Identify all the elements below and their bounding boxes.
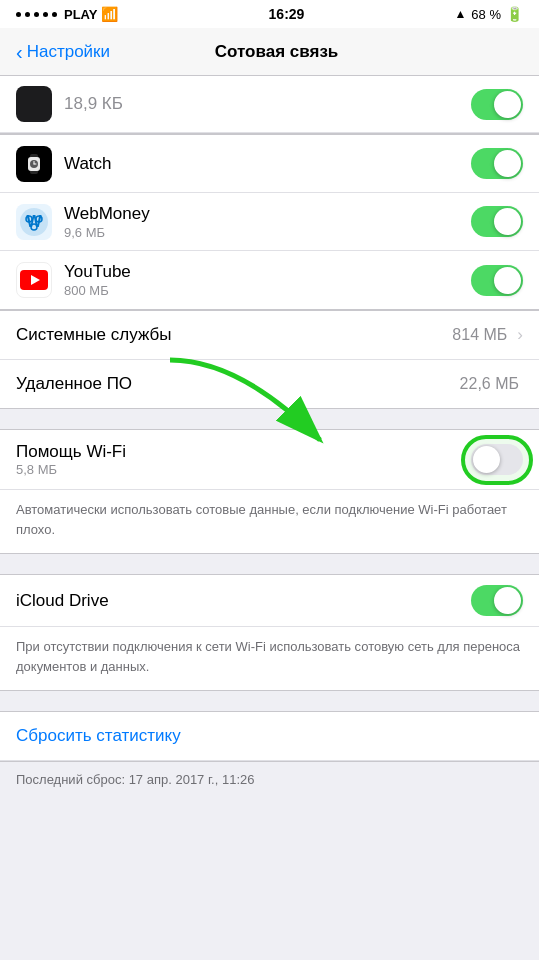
nav-bar: ‹ Настройки Сотовая связь xyxy=(0,28,539,76)
back-chevron-icon: ‹ xyxy=(16,42,23,62)
icloud-toggle-container xyxy=(471,585,523,616)
wifi-assist-row: Помощь Wi-Fi 5,8 МБ xyxy=(0,430,539,490)
remote-management-value: 22,6 МБ xyxy=(460,375,519,393)
watch-toggle[interactable] xyxy=(471,148,523,179)
watch-row: Watch xyxy=(0,135,539,193)
youtube-row-text: YouTube 800 МБ xyxy=(64,262,471,298)
system-services-label: Системные службы xyxy=(16,325,452,345)
reset-stats-button[interactable]: Сбросить статистику xyxy=(16,726,523,746)
system-services-value: 814 МБ xyxy=(452,326,507,344)
remote-management-row: Удаленное ПО 22,6 МБ xyxy=(0,360,539,408)
wifi-toggle-highlight xyxy=(471,444,523,475)
location-icon: ▲ xyxy=(454,7,466,21)
system-services-section: Системные службы 814 МБ › xyxy=(0,310,539,360)
youtube-row: YouTube 800 МБ xyxy=(0,251,539,309)
icloud-toggle-knob xyxy=(494,587,521,614)
youtube-svg-icon xyxy=(20,270,48,290)
youtube-toggle[interactable] xyxy=(471,265,523,296)
wifi-assist-size: 5,8 МБ xyxy=(16,462,471,477)
battery-label: 68 % xyxy=(471,7,501,22)
status-time: 16:29 xyxy=(269,6,305,22)
icloud-drive-row: iCloud Drive xyxy=(0,575,539,627)
icloud-drive-toggle[interactable] xyxy=(471,585,523,616)
last-reset-container: Последний сброс: 17 апр. 2017 г., 11:26 xyxy=(0,762,539,797)
signal-dot-4 xyxy=(43,12,48,17)
status-bar: PLAY 📶 16:29 ▲ 68 % 🔋 xyxy=(0,0,539,28)
wifi-assist-title: Помощь Wi-Fi xyxy=(16,442,471,462)
unknown-app-icon xyxy=(16,86,52,122)
toggle-knob xyxy=(494,91,521,118)
back-label: Настройки xyxy=(27,42,110,62)
webmoney-app-icon: W xyxy=(16,204,52,240)
webmoney-toggle-knob xyxy=(494,208,521,235)
wifi-icon: 📶 xyxy=(101,6,118,22)
webmoney-toggle-container xyxy=(471,206,523,237)
watch-row-text: Watch xyxy=(64,154,471,174)
app-rows-section: Watch W WebMoney 9,6 МБ xyxy=(0,134,539,310)
status-left: PLAY 📶 xyxy=(16,6,118,22)
watch-title: Watch xyxy=(64,154,471,174)
remote-management-label: Удаленное ПО xyxy=(16,374,460,394)
wifi-assist-text: Помощь Wi-Fi 5,8 МБ xyxy=(16,442,471,477)
signal-dot-3 xyxy=(34,12,39,17)
signal-dot-1 xyxy=(16,12,21,17)
watch-toggle-knob xyxy=(494,150,521,177)
icloud-drive-description: При отсутствии подключения к сети Wi-Fi … xyxy=(0,627,539,690)
system-services-row[interactable]: Системные службы 814 МБ › xyxy=(0,311,539,359)
youtube-size: 800 МБ xyxy=(64,283,471,298)
wifi-assist-toggle[interactable] xyxy=(471,444,523,475)
webmoney-row-text: WebMoney 9,6 МБ xyxy=(64,204,471,240)
webmoney-svg-icon: W xyxy=(19,207,49,237)
reset-stats-section: Сбросить статистику xyxy=(0,711,539,762)
youtube-title: YouTube xyxy=(64,262,471,282)
back-button[interactable]: ‹ Настройки xyxy=(16,42,110,62)
reset-button-row[interactable]: Сбросить статистику xyxy=(0,712,539,761)
remote-management-section: Удаленное ПО 22,6 МБ xyxy=(0,360,539,409)
system-services-chevron-icon: › xyxy=(517,325,523,345)
youtube-toggle-knob xyxy=(494,267,521,294)
top-partial-section: 18,9 КБ xyxy=(0,76,539,134)
youtube-toggle-container xyxy=(471,265,523,296)
webmoney-toggle[interactable] xyxy=(471,206,523,237)
signal-dot-5 xyxy=(52,12,57,17)
top-partial-toggle-switch[interactable] xyxy=(471,89,523,120)
wifi-assist-section: Помощь Wi-Fi 5,8 МБ Ав xyxy=(0,429,539,554)
gap-1 xyxy=(0,409,539,429)
watch-toggle-container xyxy=(471,148,523,179)
remote-management-right: 22,6 МБ xyxy=(460,375,523,393)
watch-app-icon xyxy=(16,146,52,182)
icloud-section: iCloud Drive При отсутствии подключения … xyxy=(0,574,539,691)
battery-icon: 🔋 xyxy=(506,6,523,22)
watch-svg-icon xyxy=(23,153,45,175)
system-services-right: 814 МБ › xyxy=(452,325,523,345)
webmoney-title: WebMoney xyxy=(64,204,471,224)
top-partial-row: 18,9 КБ xyxy=(0,76,539,133)
last-reset-label: Последний сброс: 17 апр. 2017 г., 11:26 xyxy=(16,772,523,787)
wifi-assist-toggle-knob xyxy=(473,446,500,473)
carrier-label: PLAY xyxy=(64,7,97,22)
webmoney-size: 9,6 МБ xyxy=(64,225,471,240)
webmoney-row: W WebMoney 9,6 МБ xyxy=(0,193,539,251)
youtube-app-icon xyxy=(16,262,52,298)
page-title: Сотовая связь xyxy=(110,42,443,62)
icloud-drive-title: iCloud Drive xyxy=(16,591,471,611)
top-partial-size: 18,9 КБ xyxy=(64,94,471,114)
top-partial-toggle xyxy=(471,89,523,120)
status-right: ▲ 68 % 🔋 xyxy=(454,6,523,22)
wifi-assist-description: Автоматически использовать сотовые данны… xyxy=(0,490,539,553)
wifi-assist-toggle-container xyxy=(471,444,523,475)
signal-dot-2 xyxy=(25,12,30,17)
